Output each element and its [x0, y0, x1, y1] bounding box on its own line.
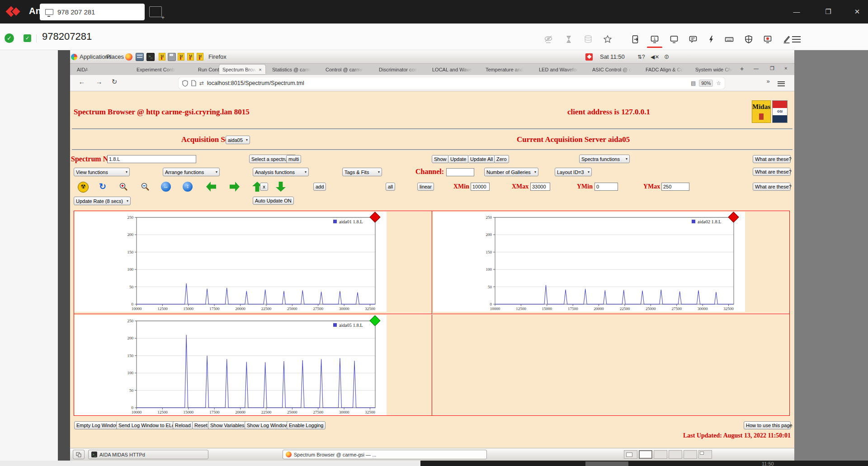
- what-are-these-button-3[interactable]: What are these?: [753, 183, 791, 191]
- refresh-icon[interactable]: ↻: [98, 182, 108, 192]
- anydesk-tray-item[interactable]: [585, 50, 593, 63]
- new-session-icon[interactable]: [629, 33, 642, 45]
- channel-input[interactable]: [446, 168, 474, 176]
- firefox-launcher[interactable]: [125, 50, 132, 63]
- show-log-window-button[interactable]: Show Log Window: [245, 421, 290, 429]
- overflow-chevron-icon[interactable]: »: [763, 78, 774, 85]
- zero-button[interactable]: Zero: [494, 155, 509, 163]
- monitor-1-icon[interactable]: 1: [648, 33, 661, 45]
- pan-vertical-icon[interactable]: ↕: [183, 182, 193, 192]
- midas-launcher-1[interactable]: M: [159, 50, 165, 63]
- update-button[interactable]: Update: [448, 155, 468, 163]
- pan-horizontal-icon[interactable]: ↔: [161, 182, 171, 192]
- tab-close-icon[interactable]: ×: [259, 67, 261, 72]
- what-are-these-button-1[interactable]: What are these?: [753, 155, 791, 163]
- show-desktop-button[interactable]: [73, 450, 85, 459]
- workspace-4[interactable]: [669, 450, 682, 459]
- tab-led-and-wavefor[interactable]: LED and Wavefor: [536, 65, 585, 74]
- tracking-toggle-icon[interactable]: ⇄: [199, 80, 204, 86]
- tab-local-and-wave[interactable]: LOCAL and Wave: [429, 65, 479, 74]
- what-are-these-button-2[interactable]: What are these?: [753, 168, 791, 176]
- archive-launcher[interactable]: [168, 50, 176, 63]
- arrange-functions-dropdown[interactable]: Arrange functions▾: [163, 168, 220, 176]
- files-launcher[interactable]: [136, 50, 144, 63]
- clock[interactable]: Sat 11:50: [600, 50, 625, 63]
- new-tab-button[interactable]: +: [740, 65, 744, 72]
- tab-control-carme[interactable]: Control @ carme: [322, 65, 372, 74]
- spectrum-chart-aida01[interactable]: 0501001502002501000012500150001750020000…: [75, 212, 387, 312]
- workspace-3[interactable]: [654, 450, 667, 459]
- window-maximize-button[interactable]: ❐: [819, 0, 837, 24]
- zoom-in-icon[interactable]: [118, 182, 128, 192]
- workspace-1[interactable]: [624, 450, 637, 459]
- tab-aida[interactable]: AIDA: [74, 65, 128, 74]
- whiteboard-icon[interactable]: [780, 33, 793, 45]
- record-icon[interactable]: [761, 33, 774, 45]
- reset-button[interactable]: Reset: [192, 421, 210, 429]
- arrow-left-icon[interactable]: [206, 182, 216, 192]
- update-rate-dropdown[interactable]: Update Rate (8 secs)▾: [74, 197, 131, 205]
- galleries-dropdown[interactable]: Number of Galleries▾: [484, 168, 538, 176]
- host-scrollbar-thumb[interactable]: [585, 461, 628, 466]
- zoom-level-badge[interactable]: 90%: [699, 80, 713, 87]
- back-button[interactable]: ←: [76, 78, 87, 85]
- ymax-input[interactable]: [661, 183, 689, 191]
- chat-icon[interactable]: [686, 33, 700, 45]
- multi-button[interactable]: multi: [286, 155, 301, 163]
- tab-system-wide-che[interactable]: System wide Che: [692, 65, 736, 74]
- spectrum-name-input[interactable]: [107, 155, 196, 163]
- actions-icon[interactable]: [704, 33, 718, 45]
- radiation-icon[interactable]: ☢: [78, 182, 89, 193]
- xmin-input[interactable]: [471, 183, 490, 191]
- tab-discriminator-con[interactable]: Discriminator con: [376, 65, 425, 74]
- window-minimize-button[interactable]: —: [788, 0, 806, 24]
- monitor-icon[interactable]: [667, 33, 681, 45]
- tab-asic-control-c[interactable]: ASIC Control @ c: [589, 65, 639, 74]
- empty-log-window-button[interactable]: Empty Log Window: [74, 421, 122, 429]
- url-text[interactable]: localhost:8015/Spectrum/Spectrum.tml: [207, 80, 688, 86]
- enable-logging-button[interactable]: Enable Logging: [287, 421, 326, 429]
- x-button[interactable]: x: [260, 183, 268, 191]
- session-tab[interactable]: 978 207 281: [40, 4, 145, 20]
- workspace-6[interactable]: [698, 450, 712, 459]
- workspace-2[interactable]: [639, 450, 652, 459]
- arrow-right-icon[interactable]: [230, 182, 240, 192]
- forward-button[interactable]: →: [94, 78, 104, 85]
- keyboard-icon[interactable]: [722, 33, 736, 45]
- show-variables-button[interactable]: Show Variables: [208, 421, 247, 429]
- file-transfer-icon[interactable]: [581, 33, 595, 45]
- permissions-icon[interactable]: [742, 33, 755, 45]
- taskbar-window-httpd[interactable]: >_ AIDA MIDAS HTTPd: [88, 450, 208, 459]
- firefox-window-menu[interactable]: Firefox: [208, 50, 226, 63]
- facility-logo[interactable]: GSI: [772, 100, 788, 123]
- window-close-button[interactable]: ✕: [848, 0, 866, 24]
- view-functions-dropdown[interactable]: View functions▾: [74, 168, 130, 176]
- places-menu[interactable]: Places: [106, 50, 124, 63]
- add-button[interactable]: add: [313, 183, 326, 191]
- terminal-launcher[interactable]: >_: [146, 50, 155, 63]
- spectrum-chart-aida02[interactable]: 0501001502002501000012500150001750020000…: [433, 212, 745, 312]
- session-time-icon[interactable]: [562, 33, 576, 45]
- firefox-minimize-button[interactable]: —: [754, 66, 759, 71]
- applications-menu[interactable]: Applications: [71, 50, 111, 63]
- send-log-window-to-elog-button[interactable]: Send Log Window to ELog: [116, 421, 179, 429]
- privacy-icon[interactable]: [542, 33, 555, 45]
- analysis-functions-dropdown[interactable]: Analysis functions▾: [253, 168, 309, 176]
- tab-fadc-align-co[interactable]: FADC Align & Co: [642, 65, 689, 74]
- layout-id-dropdown[interactable]: Layout ID=3▾: [555, 168, 592, 176]
- reader-mode-icon[interactable]: ▤: [691, 80, 696, 86]
- auto-update-button[interactable]: Auto Update ON: [253, 197, 294, 205]
- update-all-button[interactable]: Update All: [468, 155, 495, 163]
- spectra-functions-dropdown[interactable]: Spectra functions▾: [579, 155, 630, 163]
- midas-logo[interactable]: Midas: [752, 100, 771, 123]
- network-icon[interactable]: ⇅?: [637, 50, 645, 63]
- tab-statistics-carm[interactable]: Statistics @ carm: [269, 65, 319, 74]
- show-button[interactable]: Show: [432, 155, 449, 163]
- spectrum-chart-aida05[interactable]: 0501001502002501000012500150001750020000…: [75, 315, 387, 415]
- ymin-input[interactable]: [594, 183, 618, 191]
- tab-experiment-contr[interactable]: Experiment Contr: [133, 65, 191, 74]
- url-bar[interactable]: ⇄ localhost:8015/Spectrum/Spectrum.tml ▤…: [179, 77, 725, 89]
- firefox-menu-icon[interactable]: [778, 80, 785, 87]
- volume-muted-icon[interactable]: ◀✕: [651, 50, 659, 63]
- tab-spectrum-brow[interactable]: Spectrum Brow×: [219, 65, 265, 74]
